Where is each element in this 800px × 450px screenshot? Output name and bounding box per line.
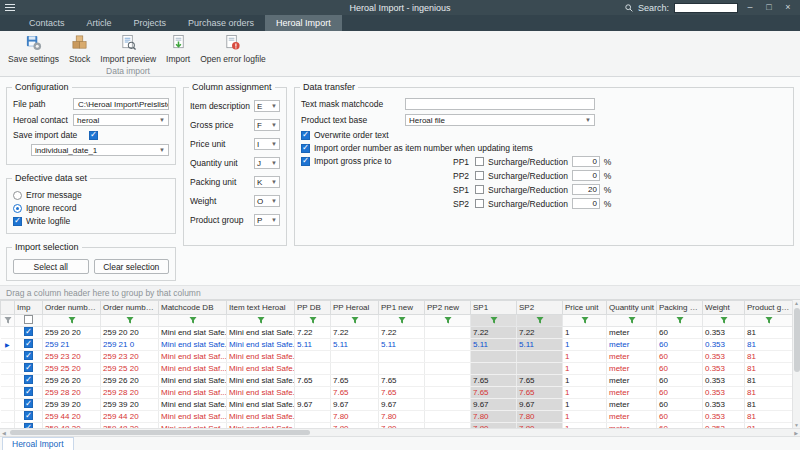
cell-packing-unit[interactable]: 60 xyxy=(657,351,703,363)
column-header-item-text-heroal[interactable]: Item text Heroal xyxy=(227,301,295,315)
cell-sp2[interactable] xyxy=(517,363,563,375)
surcharge-value-pp2[interactable]: 0 xyxy=(572,170,600,181)
cell-pp-db[interactable] xyxy=(295,363,331,375)
cell-sp1[interactable] xyxy=(471,351,517,363)
row-indicator-cell[interactable] xyxy=(1,411,15,423)
cell-price-unit[interactable]: 1 xyxy=(563,363,607,375)
cell-weight[interactable]: 0.353 xyxy=(703,327,745,339)
row-indicator-cell[interactable]: ▶ xyxy=(1,339,15,351)
cell-matchcode-db[interactable]: Mini end slat Safe... xyxy=(159,375,227,387)
checkbox-write-logfile[interactable] xyxy=(13,217,22,226)
column-header-order-numbe[interactable]: Order numbe... ▲ xyxy=(101,301,159,315)
cell-packing-unit[interactable]: 60 xyxy=(657,387,703,399)
cell-imp[interactable] xyxy=(15,351,43,363)
cell-item-text-heroal[interactable]: Mini end slat Safe... xyxy=(227,387,295,399)
column-header-pp-heroal[interactable]: PP Heroal xyxy=(331,301,379,315)
cell-product-group[interactable]: 81 xyxy=(745,339,793,351)
cell-matchcode-db[interactable]: Mini end slat Safe... xyxy=(159,339,227,351)
cell-pp-heroal[interactable] xyxy=(331,351,379,363)
assignment-select-weight[interactable]: O▼ xyxy=(254,195,280,207)
import-checkbox[interactable] xyxy=(24,327,33,336)
option-ignore-record[interactable]: Ignore record xyxy=(13,203,169,213)
cell-pp1-new[interactable] xyxy=(379,363,425,375)
filter-checkbox[interactable] xyxy=(24,315,33,324)
clear-selection-button[interactable]: Clear selection xyxy=(94,259,170,274)
cell-sp1[interactable]: 7.65 xyxy=(471,375,517,387)
horizontal-scroll-thumb[interactable] xyxy=(10,430,310,435)
assignment-select-gross-price[interactable]: F▼ xyxy=(254,119,280,131)
cell-price-unit[interactable]: 1 xyxy=(563,387,607,399)
maximize-button[interactable]: □ xyxy=(762,2,776,13)
cell-pp-db[interactable]: 9.67 xyxy=(295,399,331,411)
save-settings-button[interactable]: Save settings xyxy=(3,32,64,65)
import-checkbox[interactable] xyxy=(24,363,33,372)
import-date-select[interactable]: individual_date_1 ▼ xyxy=(31,144,169,156)
surcharge-checkbox-sp1[interactable] xyxy=(475,185,484,194)
surcharge-checkbox-pp2[interactable] xyxy=(475,171,484,180)
cell-imp[interactable] xyxy=(15,327,43,339)
cell-product-group[interactable]: 81 xyxy=(745,363,793,375)
filter-cell-pp-heroal[interactable] xyxy=(331,315,379,327)
vertical-scrollbar[interactable]: ▲ ▼ xyxy=(792,300,800,428)
cell-sp1[interactable]: 9.67 xyxy=(471,399,517,411)
cell-weight[interactable]: 0.353 xyxy=(703,339,745,351)
checkbox-import-order-number-as-item-number-when-updating-items[interactable] xyxy=(301,144,310,153)
cell-packing-unit[interactable]: 60 xyxy=(657,411,703,423)
cell-imp[interactable] xyxy=(15,339,43,351)
select-all-button[interactable]: Select all xyxy=(13,259,89,274)
cell-product-group[interactable]: 81 xyxy=(745,327,793,339)
column-header-weight[interactable]: Weight xyxy=(703,301,745,315)
cell-order-numbe[interactable]: 259 39 20 xyxy=(101,399,159,411)
table-row[interactable]: 259 25 20259 25 20Mini end slat Saf...Mi… xyxy=(1,363,793,375)
surcharge-value-pp1[interactable]: 0 xyxy=(572,156,600,167)
import-checkbox[interactable] xyxy=(24,351,33,360)
column-header-sp1[interactable]: SP1 xyxy=(471,301,517,315)
cell-pp-heroal[interactable]: 7.22 xyxy=(331,327,379,339)
table-row[interactable]: 259 23 20259 23 20Mini end slat Saf...Mi… xyxy=(1,351,793,363)
cell-sp2[interactable]: 5.11 xyxy=(517,339,563,351)
cell-pp1-new[interactable]: 7.22 xyxy=(379,327,425,339)
assignment-select-quantity-unit[interactable]: J▼ xyxy=(254,157,280,169)
cell-order-numbe[interactable]: 259 25 20 xyxy=(101,363,159,375)
vertical-scroll-track[interactable] xyxy=(793,306,800,422)
row-indicator-cell[interactable] xyxy=(1,375,15,387)
cell-order-numbe[interactable]: 259 20 20 xyxy=(101,327,159,339)
cell-order-number-db[interactable]: 259 28 20 xyxy=(43,387,101,399)
row-indicator-cell[interactable] xyxy=(1,399,15,411)
filter-cell-pp1-new[interactable] xyxy=(379,315,425,327)
cell-quantity-unit[interactable]: meter xyxy=(607,375,657,387)
cell-pp2-new[interactable] xyxy=(425,399,471,411)
cell-order-number-db[interactable]: 259 39 20 xyxy=(43,399,101,411)
tab-heroal-import[interactable]: Heroal Import xyxy=(265,15,342,31)
cell-price-unit[interactable]: 1 xyxy=(563,339,607,351)
cell-order-numbe[interactable]: 259 44 20 xyxy=(101,411,159,423)
row-indicator-cell[interactable] xyxy=(1,363,15,375)
cell-product-group[interactable]: 81 xyxy=(745,375,793,387)
cell-matchcode-db[interactable]: Mini end slat Safe... xyxy=(159,327,227,339)
cell-order-numbe[interactable]: 259 28 20 xyxy=(101,387,159,399)
filter-cell-price-unit[interactable] xyxy=(563,315,607,327)
document-tab-heroal-import[interactable]: Heroal Import xyxy=(2,437,74,450)
tab-projects[interactable]: Projects xyxy=(123,15,178,31)
cell-product-group[interactable]: 81 xyxy=(745,351,793,363)
row-indicator-cell[interactable] xyxy=(1,351,15,363)
cell-item-text-heroal[interactable]: Mini end slat Safe... xyxy=(227,375,295,387)
radio-ignore-record[interactable] xyxy=(13,204,22,213)
import-checkbox[interactable] xyxy=(24,399,33,408)
assignment-select-item-description[interactable]: E▼ xyxy=(254,100,280,112)
horizontal-scrollbar[interactable]: ◀ ▶ xyxy=(0,428,800,436)
cell-pp-heroal[interactable]: 7.65 xyxy=(331,387,379,399)
table-row[interactable]: 259 44 20259 44 20Mini end slat Saf...Mi… xyxy=(1,411,793,423)
cell-pp-heroal[interactable] xyxy=(331,363,379,375)
cell-pp-heroal[interactable]: 7.80 xyxy=(331,411,379,423)
import-preview-button[interactable]: Import preview xyxy=(95,32,161,65)
cell-pp1-new[interactable]: 7.80 xyxy=(379,411,425,423)
table-row[interactable]: 259 26 20259 26 20Mini end slat Safe...M… xyxy=(1,375,793,387)
cell-item-text-heroal[interactable]: Mini end slat Safe... xyxy=(227,339,295,351)
cell-packing-unit[interactable]: 60 xyxy=(657,375,703,387)
cell-price-unit[interactable]: 1 xyxy=(563,327,607,339)
cell-quantity-unit[interactable]: meter xyxy=(607,399,657,411)
cell-product-group[interactable]: 81 xyxy=(745,399,793,411)
column-header-sp2[interactable]: SP2 xyxy=(517,301,563,315)
radio-error-message[interactable] xyxy=(13,191,22,200)
